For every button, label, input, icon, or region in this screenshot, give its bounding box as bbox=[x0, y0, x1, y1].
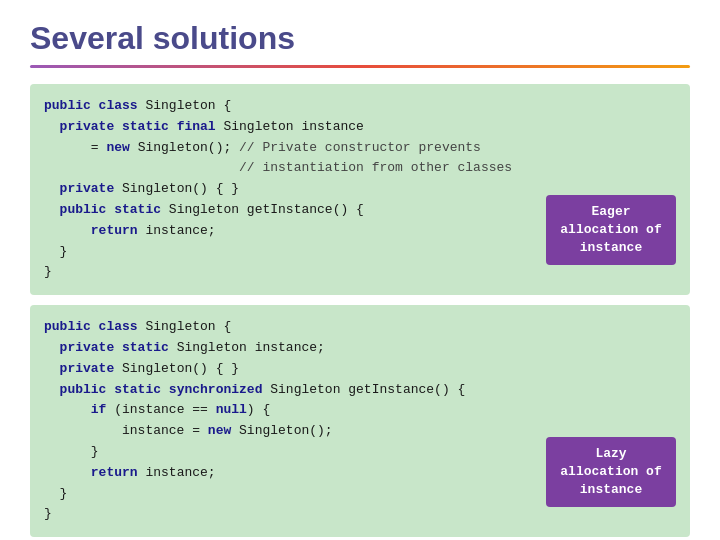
title-underline bbox=[30, 65, 690, 68]
lazy-allocation-label: Lazy allocation of instance bbox=[546, 437, 676, 508]
code-block-eager: public class Singleton { private static … bbox=[30, 84, 690, 295]
slide-title: Several solutions bbox=[30, 20, 690, 57]
slide: Several solutions public class Singleton… bbox=[0, 0, 720, 540]
eager-allocation-label: Eager allocation of instance bbox=[546, 195, 676, 266]
code-block-lazy: public class Singleton { private static … bbox=[30, 305, 690, 537]
